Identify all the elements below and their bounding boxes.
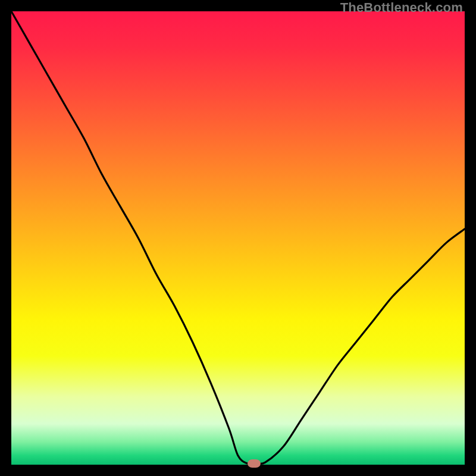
chart-curve-svg <box>11 11 465 465</box>
optimal-point-marker <box>248 459 261 468</box>
watermark-text: TheBottleneck.com <box>340 0 463 15</box>
chart-frame: TheBottleneck.com <box>0 0 476 476</box>
bottleneck-curve <box>11 11 465 464</box>
